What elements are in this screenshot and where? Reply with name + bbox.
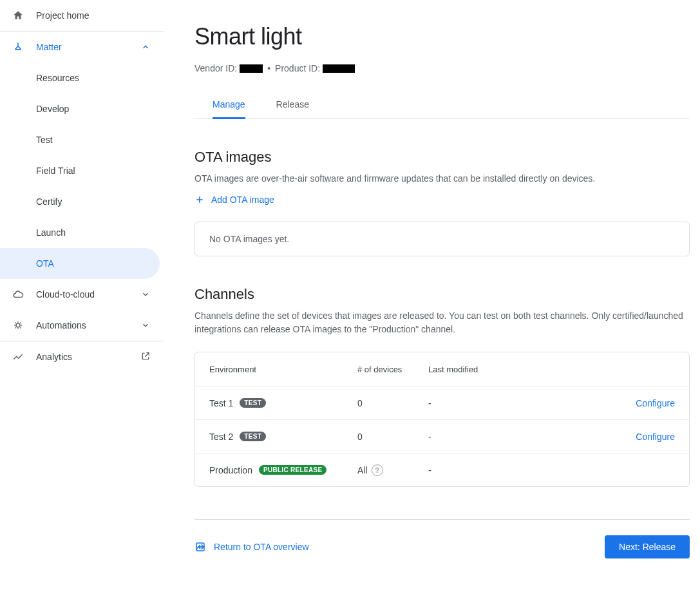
ota-empty-state: No OTA images yet.: [194, 222, 690, 256]
add-ota-image-label: Add OTA image: [211, 195, 274, 205]
sidebar-group-label: Matter: [36, 42, 128, 52]
configure-link[interactable]: Configure: [598, 398, 675, 408]
sidebar-item-field-trial[interactable]: Field Trial: [0, 155, 164, 186]
sidebar-item-test[interactable]: Test: [0, 124, 164, 155]
matter-icon: [12, 41, 24, 53]
content: Smart light Vendor ID: • Product ID: Man…: [164, 0, 700, 601]
analytics-icon: [12, 350, 24, 363]
channels-description: Channels define the set of devices that …: [194, 309, 690, 336]
help-icon[interactable]: ?: [372, 464, 383, 476]
tab-release[interactable]: Release: [276, 99, 309, 119]
env-badge: PUBLIC RELEASE: [259, 465, 326, 475]
automations-icon: [12, 319, 24, 332]
table-row: Test 1 TEST 0 - Configure: [195, 386, 689, 419]
svg-point-0: [16, 323, 20, 327]
external-link-icon: [140, 351, 152, 363]
meta-separator: •: [267, 63, 270, 73]
sidebar-item-label: Develop: [36, 104, 152, 114]
next-release-button[interactable]: Next: Release: [605, 535, 690, 558]
devices-count: 0: [357, 398, 428, 408]
sidebar-group-cloud[interactable]: Cloud-to-cloud: [0, 279, 164, 310]
home-icon: [12, 9, 24, 22]
ota-description: OTA images are over-the-air software and…: [194, 172, 690, 186]
devices-count: All: [357, 465, 368, 475]
devices-count: 0: [357, 432, 428, 442]
chevron-down-icon: [139, 319, 152, 332]
sidebar-item-label: Launch: [36, 227, 152, 238]
sidebar-group-matter[interactable]: Matter: [0, 32, 164, 62]
tabs: Manage Release: [194, 99, 690, 119]
sidebar-item-resources[interactable]: Resources: [0, 62, 164, 93]
col-modified: Last modified: [428, 365, 598, 374]
sidebar-group-label: Cloud-to-cloud: [36, 289, 128, 300]
sidebar-item-launch[interactable]: Launch: [0, 217, 164, 248]
sidebar-group-automations[interactable]: Automations: [0, 310, 164, 341]
sidebar: Project home Matter Resources Develop Te…: [0, 0, 164, 601]
env-badge: TEST: [240, 432, 266, 441]
vendor-id-label: Vendor ID:: [194, 63, 237, 73]
sidebar-group-label: Automations: [36, 320, 128, 330]
sidebar-item-label: Analytics: [36, 352, 129, 362]
return-icon: [194, 541, 206, 553]
footer-bar: Return to OTA overview Next: Release: [194, 520, 690, 558]
configure-link[interactable]: Configure: [598, 432, 675, 442]
vendor-id-value-redacted: [240, 64, 263, 73]
sidebar-item-analytics[interactable]: Analytics: [0, 341, 164, 372]
env-name: Test 2: [209, 432, 233, 442]
product-id-label: Product ID:: [275, 63, 320, 73]
sidebar-item-label: Field Trial: [36, 166, 152, 176]
last-modified: -: [428, 398, 598, 408]
product-id-value-redacted: [323, 64, 355, 73]
table-row: Production PUBLIC RELEASE All ? -: [195, 453, 689, 486]
meta-row: Vendor ID: • Product ID:: [194, 63, 690, 73]
chevron-down-icon: [139, 288, 152, 301]
env-name: Test 1: [209, 398, 233, 408]
chevron-up-icon: [139, 41, 152, 53]
table-row: Test 2 TEST 0 - Configure: [195, 419, 689, 453]
channels-title: Channels: [194, 286, 690, 303]
add-ota-image-button[interactable]: Add OTA image: [194, 195, 690, 205]
channels-table: Environment # of devices Last modified T…: [194, 352, 690, 487]
sidebar-item-ota[interactable]: OTA: [0, 248, 160, 279]
sidebar-item-develop[interactable]: Develop: [0, 93, 164, 124]
col-environment: Environment: [209, 365, 357, 374]
page-title: Smart light: [194, 23, 690, 50]
env-name: Production: [209, 465, 252, 475]
col-devices: # of devices: [357, 365, 428, 374]
ota-title: OTA images: [194, 149, 690, 166]
table-header-row: Environment # of devices Last modified: [195, 352, 689, 386]
return-label: Return to OTA overview: [214, 542, 309, 552]
last-modified: -: [428, 465, 598, 475]
plus-icon: [194, 195, 205, 205]
sidebar-item-label: Certify: [36, 196, 152, 207]
sidebar-item-project-home[interactable]: Project home: [0, 0, 164, 31]
sidebar-matter-subitems: Resources Develop Test Field Trial Certi…: [0, 62, 164, 279]
sidebar-item-label: OTA: [36, 258, 148, 269]
cloud-icon: [12, 288, 24, 301]
last-modified: -: [428, 432, 598, 442]
sidebar-item-certify[interactable]: Certify: [0, 186, 164, 217]
sidebar-item-label: Resources: [36, 73, 152, 83]
sidebar-item-label: Project home: [36, 10, 152, 21]
sidebar-item-label: Test: [36, 135, 152, 145]
env-badge: TEST: [240, 398, 266, 408]
tab-manage[interactable]: Manage: [213, 99, 245, 119]
return-to-overview-link[interactable]: Return to OTA overview: [194, 541, 309, 553]
